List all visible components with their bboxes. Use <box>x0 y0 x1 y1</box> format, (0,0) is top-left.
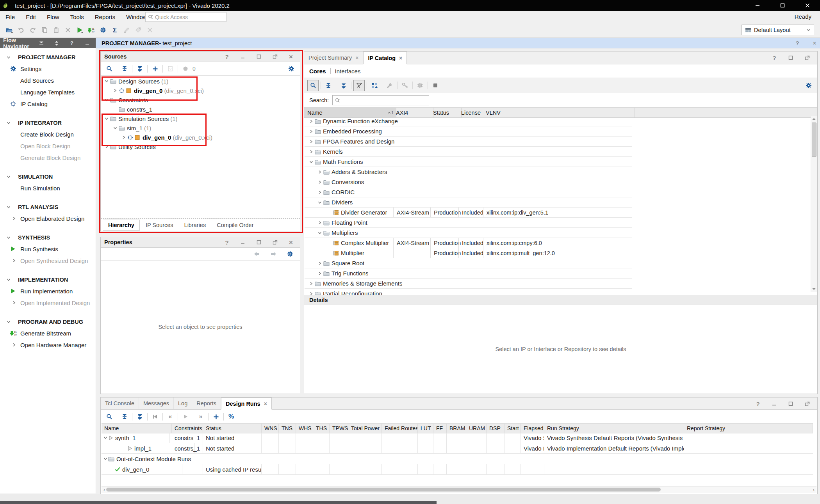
ip-row-kernels[interactable]: Kernels <box>305 147 632 157</box>
window-minimize-icon[interactable] <box>745 0 770 11</box>
ip-row-complex-multiplier[interactable]: Complex MultiplierAXI4-StreamProductionI… <box>305 238 632 248</box>
close-icon[interactable]: × <box>285 237 296 248</box>
scroll-right-icon[interactable]: › <box>811 487 816 493</box>
delete-icon[interactable] <box>62 25 73 35</box>
flow-section-header-ip-integrator[interactable]: IP INTEGRATOR <box>0 117 96 128</box>
search-icon[interactable] <box>104 411 115 422</box>
ip-row-floating-point[interactable]: Floating Point <box>305 218 632 228</box>
layout-selector[interactable]: Default Layout <box>742 25 814 35</box>
column-header-constraints[interactable]: Constraints <box>172 424 203 433</box>
flow-section-header-synthesis[interactable]: SYNTHESIS <box>0 232 96 243</box>
chevron-right-icon[interactable] <box>308 119 315 123</box>
back-nav-icon[interactable] <box>251 248 262 259</box>
flow-item-open-block-design[interactable]: Open Block Design <box>0 140 96 152</box>
collapse-all-icon[interactable] <box>323 80 334 91</box>
ip-row-dividers[interactable]: Dividers <box>305 197 632 208</box>
add-icon[interactable] <box>210 411 221 422</box>
sources-tab-ip-sources[interactable]: IP Sources <box>141 220 178 230</box>
flow-item-open-hardware-manager[interactable]: Open Hardware Manager <box>0 339 96 351</box>
close-icon[interactable]: × <box>399 55 402 61</box>
expand-all-icon[interactable] <box>134 411 145 422</box>
filter-icon[interactable] <box>353 80 365 91</box>
ip-search-input[interactable] <box>332 95 429 105</box>
settings-gear-icon[interactable] <box>98 25 109 35</box>
help-icon[interactable]: ? <box>752 398 763 409</box>
ip-tree-scrollbar[interactable] <box>811 116 817 292</box>
flow-item-run-synthesis[interactable]: Run Synthesis <box>0 243 96 255</box>
badge-dot-icon[interactable] <box>180 63 191 74</box>
open-project-icon[interactable] <box>4 25 15 35</box>
redo-icon[interactable] <box>27 25 38 35</box>
flow-item-settings[interactable]: Settings <box>0 63 96 75</box>
tab-ip-catalog[interactable]: IP Catalog× <box>363 51 407 64</box>
flow-item-open-synthesized-design[interactable]: Open Synthesized Design <box>0 255 96 266</box>
help-icon[interactable]: ? <box>792 38 803 49</box>
column-header-ths[interactable]: THS <box>313 424 330 433</box>
copy-icon[interactable] <box>39 25 50 35</box>
window-close-icon[interactable] <box>795 0 820 11</box>
chevron-down-icon[interactable] <box>112 126 119 130</box>
run-gray-icon[interactable] <box>180 411 191 422</box>
tab-project-summary[interactable]: Project Summary× <box>304 51 363 64</box>
stop-dark-icon[interactable] <box>430 80 441 91</box>
column-header-dsp[interactable]: DSP <box>487 424 504 433</box>
chevron-right-icon[interactable] <box>308 140 315 144</box>
flow-item-open-implemented-design[interactable]: Open Implemented Design <box>0 297 96 309</box>
float-icon[interactable] <box>269 237 280 248</box>
sources-tab-hierarchy[interactable]: Hierarchy <box>103 220 140 231</box>
minimize-icon[interactable] <box>237 237 248 248</box>
chevron-down-icon[interactable] <box>102 436 108 440</box>
chevron-right-icon[interactable] <box>308 130 315 133</box>
flow-item-run-simulation[interactable]: Run Simulation <box>0 182 96 194</box>
step-back-icon[interactable]: « <box>165 411 176 422</box>
chevron-down-icon[interactable] <box>102 457 108 461</box>
flow-item-ip-catalog[interactable]: IP Catalog <box>0 98 96 110</box>
fn-collapse-icon[interactable] <box>36 38 47 49</box>
sources-panel-header[interactable]: Sources ?× <box>101 51 300 62</box>
subtab-cores[interactable]: Cores <box>309 68 326 75</box>
flow-item-generate-block-design[interactable]: Generate Block Design <box>0 152 96 163</box>
chevron-right-icon[interactable] <box>308 282 315 286</box>
flow-item-create-block-design[interactable]: Create Block Design <box>0 128 96 140</box>
chip-disabled-icon[interactable] <box>415 80 426 91</box>
sigma-report-icon[interactable]: Σ <box>109 25 120 35</box>
column-header-total-power[interactable]: Total Power <box>348 424 382 433</box>
ip-row-embedded-processing[interactable]: Embedded Processing <box>305 126 632 137</box>
first-run-icon[interactable] <box>150 411 160 422</box>
chevron-down-icon[interactable] <box>308 160 315 164</box>
expand-all-icon[interactable] <box>338 80 349 91</box>
window-maximize-icon[interactable] <box>770 0 795 11</box>
chevron-right-icon[interactable] <box>316 261 323 265</box>
help-icon[interactable]: ? <box>221 237 232 248</box>
source-tree-row-sim-1[interactable]: sim_1 (1) <box>101 123 300 133</box>
percent-icon[interactable]: % <box>226 411 237 422</box>
column-header-tpws[interactable]: TPWS <box>330 424 348 433</box>
run-row-synth-1[interactable]: synth_1constrs_1Not startedVivado Synthe… <box>102 433 813 443</box>
maximize-icon[interactable] <box>785 52 796 63</box>
minimize-icon[interactable] <box>237 51 248 62</box>
quick-access-input[interactable]: Quick Access <box>145 12 226 22</box>
collapse-all-icon[interactable] <box>119 411 130 422</box>
ip-row-adders-subtracters[interactable]: Adders & Subtracters <box>305 167 632 177</box>
column-header-failed-routes[interactable]: Failed Routes <box>382 424 418 433</box>
chevron-right-icon[interactable] <box>316 190 323 194</box>
search-icon[interactable] <box>104 63 115 74</box>
tab-design-runs[interactable]: Design Runs× <box>221 398 272 410</box>
maximize-icon[interactable] <box>253 51 264 62</box>
flow-section-header-project-manager[interactable]: PROJECT MANAGER <box>0 52 96 63</box>
help-icon[interactable]: ? <box>221 51 232 62</box>
chevron-right-icon[interactable] <box>316 272 323 275</box>
column-header-status[interactable]: Status <box>203 424 262 433</box>
flow-item-language-templates[interactable]: Language Templates <box>0 86 96 98</box>
menu-tools[interactable]: Tools <box>65 14 89 20</box>
step-forward-icon[interactable]: » <box>195 411 206 422</box>
help-icon[interactable]: ? <box>769 52 780 63</box>
wrench-disabled-icon[interactable] <box>384 80 395 91</box>
float-icon[interactable] <box>802 398 813 409</box>
ip-row-cordic[interactable]: CORDIC <box>305 187 632 197</box>
menu-file[interactable]: File <box>0 14 20 20</box>
column-header-wns[interactable]: WNS <box>262 424 279 433</box>
source-tree-row-constraints[interactable]: Constraints <box>101 95 300 105</box>
source-tree-row-constrs-1[interactable]: constrs_1 <box>101 105 300 114</box>
scrollbar-thumb[interactable] <box>812 122 816 157</box>
